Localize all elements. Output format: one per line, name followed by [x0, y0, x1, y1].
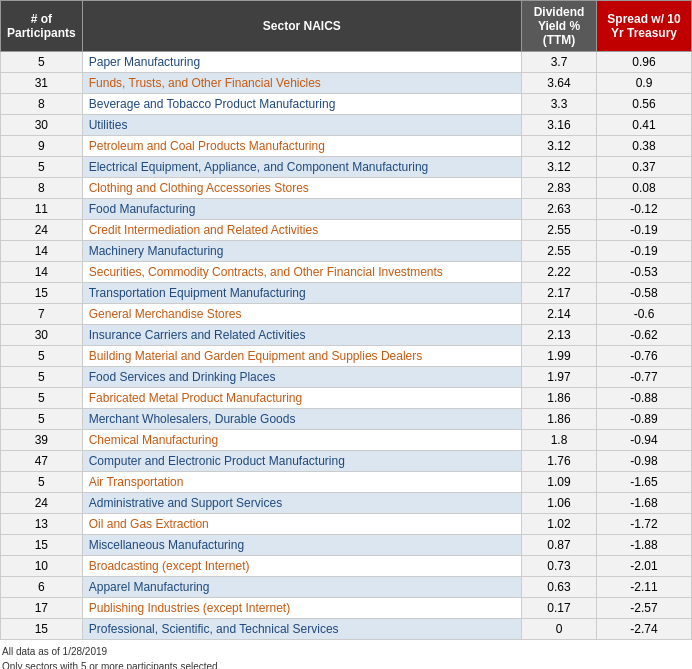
table-row: 47Computer and Electronic Product Manufa… — [1, 451, 692, 472]
cell-spread: -0.12 — [597, 199, 692, 220]
cell-yield: 0.17 — [522, 598, 597, 619]
cell-yield: 1.76 — [522, 451, 597, 472]
cell-spread: 0.37 — [597, 157, 692, 178]
cell-participants: 8 — [1, 178, 83, 199]
main-container: # of Participants Sector NAICS Dividend … — [0, 0, 692, 669]
cell-spread: -2.74 — [597, 619, 692, 640]
cell-sector: Securities, Commodity Contracts, and Oth… — [82, 262, 521, 283]
cell-yield: 1.09 — [522, 472, 597, 493]
cell-participants: 5 — [1, 157, 83, 178]
cell-sector: Chemical Manufacturing — [82, 430, 521, 451]
cell-participants: 47 — [1, 451, 83, 472]
cell-yield: 2.55 — [522, 241, 597, 262]
table-row: 5Air Transportation1.09-1.65 — [1, 472, 692, 493]
cell-participants: 17 — [1, 598, 83, 619]
cell-spread: -1.88 — [597, 535, 692, 556]
cell-sector: Publishing Industries (except Internet) — [82, 598, 521, 619]
footnote-line: All data as of 1/28/2019 — [2, 644, 690, 659]
cell-participants: 6 — [1, 577, 83, 598]
cell-sector: Professional, Scientific, and Technical … — [82, 619, 521, 640]
cell-yield: 3.12 — [522, 157, 597, 178]
cell-yield: 1.86 — [522, 388, 597, 409]
table-row: 39Chemical Manufacturing1.8-0.94 — [1, 430, 692, 451]
table-row: 31Funds, Trusts, and Other Financial Veh… — [1, 73, 692, 94]
cell-yield: 0.87 — [522, 535, 597, 556]
cell-spread: -0.76 — [597, 346, 692, 367]
cell-participants: 5 — [1, 346, 83, 367]
header-sector: Sector NAICS — [82, 1, 521, 52]
cell-spread: -0.19 — [597, 220, 692, 241]
cell-sector: Fabricated Metal Product Manufacturing — [82, 388, 521, 409]
cell-sector: Miscellaneous Manufacturing — [82, 535, 521, 556]
cell-sector: Utilities — [82, 115, 521, 136]
cell-yield: 3.16 — [522, 115, 597, 136]
cell-participants: 10 — [1, 556, 83, 577]
cell-spread: -0.58 — [597, 283, 692, 304]
table-row: 24Credit Intermediation and Related Acti… — [1, 220, 692, 241]
table-row: 15Miscellaneous Manufacturing0.87-1.88 — [1, 535, 692, 556]
cell-spread: -0.53 — [597, 262, 692, 283]
cell-sector: Petroleum and Coal Products Manufacturin… — [82, 136, 521, 157]
cell-participants: 30 — [1, 115, 83, 136]
table-row: 13Oil and Gas Extraction1.02-1.72 — [1, 514, 692, 535]
cell-participants: 15 — [1, 283, 83, 304]
cell-spread: -0.89 — [597, 409, 692, 430]
cell-sector: Administrative and Support Services — [82, 493, 521, 514]
cell-participants: 5 — [1, 388, 83, 409]
table-row: 15Professional, Scientific, and Technica… — [1, 619, 692, 640]
cell-spread: 0.38 — [597, 136, 692, 157]
cell-participants: 5 — [1, 367, 83, 388]
table-row: 11Food Manufacturing2.63-0.12 — [1, 199, 692, 220]
cell-spread: 0.41 — [597, 115, 692, 136]
cell-spread: -2.57 — [597, 598, 692, 619]
cell-participants: 5 — [1, 472, 83, 493]
cell-yield: 2.22 — [522, 262, 597, 283]
cell-yield: 2.14 — [522, 304, 597, 325]
cell-participants: 30 — [1, 325, 83, 346]
cell-spread: -2.01 — [597, 556, 692, 577]
cell-participants: 5 — [1, 52, 83, 73]
cell-sector: Clothing and Clothing Accessories Stores — [82, 178, 521, 199]
table-row: 14Machinery Manufacturing2.55-0.19 — [1, 241, 692, 262]
cell-yield: 2.17 — [522, 283, 597, 304]
cell-participants: 13 — [1, 514, 83, 535]
table-row: 5Food Services and Drinking Places1.97-0… — [1, 367, 692, 388]
table-row: 8Clothing and Clothing Accessories Store… — [1, 178, 692, 199]
cell-participants: 24 — [1, 493, 83, 514]
table-row: 30Insurance Carriers and Related Activit… — [1, 325, 692, 346]
cell-yield: 0 — [522, 619, 597, 640]
cell-yield: 3.64 — [522, 73, 597, 94]
cell-spread: -0.62 — [597, 325, 692, 346]
table-row: 5Merchant Wholesalers, Durable Goods1.86… — [1, 409, 692, 430]
cell-spread: -2.11 — [597, 577, 692, 598]
cell-participants: 7 — [1, 304, 83, 325]
cell-sector: Funds, Trusts, and Other Financial Vehic… — [82, 73, 521, 94]
table-row: 5Fabricated Metal Product Manufacturing1… — [1, 388, 692, 409]
cell-sector: Beverage and Tobacco Product Manufacturi… — [82, 94, 521, 115]
cell-spread: 0.9 — [597, 73, 692, 94]
cell-spread: -0.77 — [597, 367, 692, 388]
cell-spread: -1.68 — [597, 493, 692, 514]
table-row: 17Publishing Industries (except Internet… — [1, 598, 692, 619]
cell-sector: Building Material and Garden Equipment a… — [82, 346, 521, 367]
cell-spread: -0.94 — [597, 430, 692, 451]
cell-yield: 2.13 — [522, 325, 597, 346]
cell-spread: -0.88 — [597, 388, 692, 409]
cell-participants: 11 — [1, 199, 83, 220]
cell-spread: -0.19 — [597, 241, 692, 262]
table-row: 8Beverage and Tobacco Product Manufactur… — [1, 94, 692, 115]
header-yield: Dividend Yield % (TTM) — [522, 1, 597, 52]
cell-sector: Air Transportation — [82, 472, 521, 493]
cell-sector: Broadcasting (except Internet) — [82, 556, 521, 577]
cell-spread: 0.08 — [597, 178, 692, 199]
table-row: 10Broadcasting (except Internet)0.73-2.0… — [1, 556, 692, 577]
cell-spread: -1.65 — [597, 472, 692, 493]
header-spread: Spread w/ 10 Yr Treasury — [597, 1, 692, 52]
cell-participants: 9 — [1, 136, 83, 157]
table-row: 9Petroleum and Coal Products Manufacturi… — [1, 136, 692, 157]
cell-sector: Insurance Carriers and Related Activitie… — [82, 325, 521, 346]
table-row: 5Electrical Equipment, Appliance, and Co… — [1, 157, 692, 178]
cell-participants: 31 — [1, 73, 83, 94]
cell-sector: General Merchandise Stores — [82, 304, 521, 325]
cell-yield: 1.8 — [522, 430, 597, 451]
